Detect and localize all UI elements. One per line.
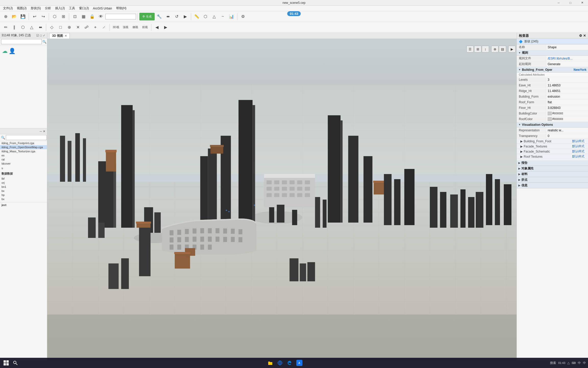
building-section-header[interactable]: ▼ Building_From_Oper NewYork [517, 67, 588, 73]
objattr-section[interactable]: ▶ 对象属性 [517, 166, 588, 171]
merge-tool[interactable]: ☍ [82, 24, 91, 31]
tool2[interactable]: 🔧 [155, 13, 163, 20]
tab-3d-view[interactable]: 3D 视图 ✕ [49, 33, 70, 39]
windows-start-button[interactable] [2, 359, 10, 367]
bar-chart[interactable]: 📊 [227, 13, 236, 20]
panel-icon-check2[interactable]: ✓ [43, 34, 45, 37]
draw-arrow[interactable]: ⬌ [36, 24, 44, 31]
catalog-item-hp[interactable]: hp [0, 193, 47, 197]
catalog-item-lbf[interactable]: lbf [0, 177, 47, 181]
area-button[interactable]: ⬡ [201, 13, 210, 20]
catalog-item-orj[interactable]: orj [0, 181, 47, 185]
search-input[interactable] [105, 14, 136, 19]
info-section[interactable]: ▶ 信息 [517, 183, 588, 188]
prev-nav[interactable]: ◀ [153, 24, 161, 31]
tool4[interactable]: ↺ [173, 13, 181, 20]
search-taskbar-button[interactable] [11, 359, 19, 367]
taskbar-arcgis[interactable]: A [295, 359, 303, 367]
inspector-close-icon[interactable]: ✕ [583, 34, 586, 38]
catalog-item-osm[interactable]: ilding_From_OpenStreetMap.cga [0, 145, 47, 149]
top-view[interactable]: 顶视 [121, 24, 130, 31]
catalog-item-es[interactable]: es [0, 153, 47, 157]
3d-view[interactable]: 3D视 [111, 24, 120, 31]
zoom-in-button[interactable]: ⊞ [59, 13, 67, 20]
catalog-close-icon[interactable]: ✕ [43, 130, 45, 133]
menu-tools[interactable]: 工具 [67, 6, 77, 11]
taskbar-file-manager[interactable] [266, 359, 274, 367]
taskbar-search-label[interactable]: 搜索 [550, 361, 556, 365]
menu-shape[interactable]: 形状(S) [29, 6, 43, 11]
open-button[interactable]: 📂 [10, 13, 18, 20]
draw-poly[interactable]: ⬡ [19, 24, 27, 31]
facade-textures-subsection[interactable]: ▶ Facade_Textures 默认样式 [517, 144, 588, 149]
rect-select[interactable]: □ [56, 24, 65, 31]
draw-line[interactable]: ✏ [2, 24, 10, 31]
angle-button[interactable]: △ [210, 13, 218, 20]
vertex-section[interactable]: ▶ 折点 [517, 177, 588, 183]
side-view[interactable]: 侧视 [131, 24, 140, 31]
catalog-item-mass[interactable]: ilding_Mass_Texturizer.cga [0, 149, 47, 153]
inspector-settings-icon[interactable]: ⚙ [579, 34, 582, 38]
grid-button[interactable]: ▦ [79, 13, 88, 20]
tool3[interactable]: ⬌ [164, 13, 172, 20]
nav-btn-1[interactable]: ☰ [467, 46, 474, 52]
report-section[interactable]: ▶ 报告 [517, 160, 588, 166]
catalog-item-ldcover[interactable]: ldcover [0, 162, 47, 166]
select-button[interactable]: ⬡ [51, 13, 59, 20]
draw-parallel[interactable]: ∥ [10, 24, 18, 31]
generate-button[interactable]: ⚙ 生成 [139, 13, 155, 20]
nav-btn-4[interactable]: ⊕ [491, 46, 498, 52]
delete-tool[interactable]: ✕ [74, 24, 82, 31]
menu-file[interactable]: 文件(J) [1, 6, 15, 11]
menu-arcgis[interactable]: ArcGIS Urban [91, 6, 114, 11]
path-button[interactable]: ~ [219, 13, 227, 20]
menu-view[interactable]: 视图(J) [15, 6, 29, 11]
catalog-item-ral[interactable]: ral [0, 157, 47, 162]
front-view[interactable]: 前视 [140, 24, 150, 31]
measure-button[interactable]: 📏 [193, 13, 201, 20]
catalog-item-bx[interactable]: bx [0, 189, 47, 193]
chevron-up-icon[interactable]: △ [567, 361, 570, 365]
building-foot-subsection[interactable]: ▶ Building_From_Foot 默认样式 [517, 139, 588, 144]
draw-tri[interactable]: △ [28, 24, 36, 31]
maximize-button[interactable]: □ [565, 0, 576, 6]
viz-section-header[interactable]: ▼ Visualization Options [517, 122, 588, 128]
facade-schematic-subsection[interactable]: ▶ Facade_Schematic 默认样式 [517, 149, 588, 154]
catalog-minus-icon[interactable]: ─ [40, 130, 42, 133]
scene-canvas[interactable]: ☰ ⊞ ↕ ⊕ ▤ ▶ [47, 39, 517, 360]
material-section[interactable]: ▶ 材料 [517, 171, 588, 177]
catalog-item-footprint[interactable]: ilding_From_Footprint.cga [0, 141, 47, 145]
nav-btn-5[interactable]: ▤ [499, 46, 506, 52]
view-button[interactable]: 👁 [97, 13, 105, 20]
nav-btn-6[interactable]: ▶ [508, 46, 516, 52]
center-tool[interactable]: ⌖ [91, 24, 99, 31]
next-nav[interactable]: ▶ [162, 24, 170, 31]
catalog-item-bn1[interactable]: bn1 [0, 185, 47, 189]
select-tool[interactable]: ◇ [48, 24, 56, 31]
roof-textures-subsection[interactable]: ▶ Roof Textures 默认样式 [517, 154, 588, 159]
layer-search-input[interactable] [1, 39, 42, 44]
tool5[interactable]: ▶ [181, 13, 189, 20]
taskbar-browser[interactable] [276, 359, 284, 367]
minimize-button[interactable]: ─ [553, 0, 565, 6]
menu-help[interactable]: 帮助(H) [114, 6, 129, 11]
split-tool[interactable]: ⟋ [100, 24, 108, 31]
redo-button[interactable]: ↪ [39, 13, 47, 20]
catalog-search-input[interactable] [6, 135, 47, 140]
settings-button[interactable]: ⚙ [239, 13, 247, 20]
catalog-item-s[interactable]: s [0, 166, 47, 171]
lock-button[interactable]: 🔒 [88, 13, 96, 20]
nav-btn-3[interactable]: ↕ [482, 46, 489, 52]
close-button[interactable]: ✕ [576, 0, 588, 6]
taskbar-edge[interactable] [286, 359, 294, 367]
catalog-item-bx2[interactable]: bx [0, 197, 47, 201]
panel-icon-box[interactable]: □ [40, 34, 42, 37]
menu-window[interactable]: 窗口(J) [77, 6, 91, 11]
menu-insert[interactable]: 插入(J) [53, 6, 67, 11]
menu-analyze[interactable]: 分析 [43, 6, 53, 11]
keyboard-icon[interactable]: ⌨ [572, 361, 576, 365]
nav-btn-2[interactable]: ⊞ [474, 46, 481, 52]
circle-select[interactable]: ⊕ [65, 24, 73, 31]
panel-icon-check[interactable]: ☑ [36, 34, 39, 37]
tab-close-icon[interactable]: ✕ [65, 34, 67, 37]
